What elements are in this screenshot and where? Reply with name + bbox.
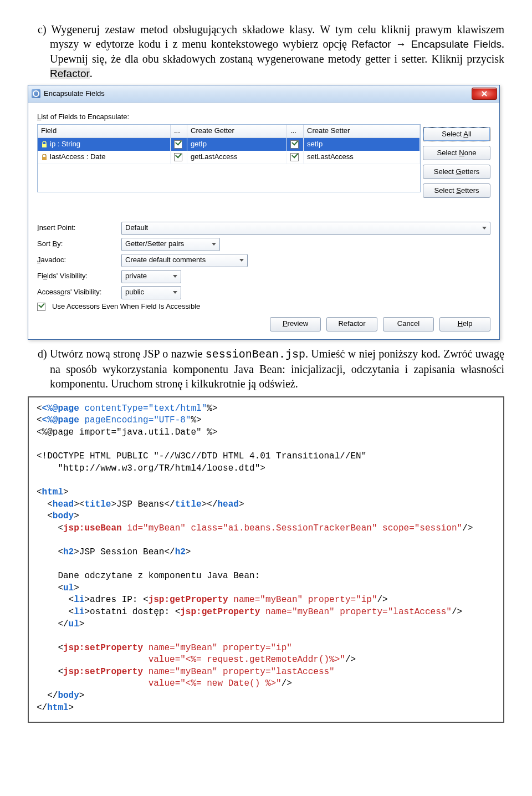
- chevron-down-icon: [212, 243, 216, 246]
- accessors-visibility-row: Accessors' Visibility: public: [37, 286, 490, 299]
- fields-visibility-combo[interactable]: private: [121, 270, 181, 283]
- dialog-titlebar: Encapsulate Fields: [28, 85, 499, 103]
- cell: getIp: [187, 138, 287, 151]
- preview-button[interactable]: Preview: [270, 317, 321, 331]
- col-field: Field: [38, 125, 171, 138]
- chevron-down-icon: [482, 227, 487, 229]
- checkbox[interactable]: [174, 153, 182, 161]
- insert-point-row: Insert Point: Default: [37, 222, 490, 235]
- cancel-button[interactable]: Cancel: [383, 317, 434, 331]
- use-accessors-checkbox[interactable]: [37, 303, 45, 311]
- table-header: Field ... Create Getter ... Create Sette…: [38, 125, 420, 138]
- button-name-text: Refactor: [50, 68, 90, 79]
- accessors-visibility-combo[interactable]: public: [121, 286, 181, 299]
- code-listing: <<%@page contentType="text/html"%> <<%@p…: [28, 396, 504, 723]
- col-dots: ...: [171, 125, 187, 138]
- select-all-button[interactable]: Select All: [423, 127, 490, 141]
- dialog-title: Encapsulate Fields: [44, 89, 105, 99]
- select-getters-button[interactable]: Select Getters: [423, 165, 490, 179]
- code: "text/html": [149, 404, 207, 414]
- code: "UTF-8": [154, 415, 191, 425]
- javadoc-row: Javadoc: Create default comments: [37, 254, 490, 267]
- cell: getLastAccess: [187, 151, 287, 164]
- col-getter: Create Getter: [187, 125, 287, 138]
- combo-value: Default: [125, 223, 148, 233]
- text: d) Utwórz nową stronę JSP o nazwie: [38, 348, 206, 360]
- cell: ip : String: [50, 140, 80, 148]
- side-buttons: Select All Select None Select Getters Se…: [423, 127, 490, 198]
- combo-value: Getter/Setter pairs: [125, 239, 184, 249]
- javadoc-combo[interactable]: Create default comments: [121, 254, 248, 267]
- refactor-button[interactable]: Refactor: [326, 317, 377, 331]
- chevron-down-icon: [173, 291, 177, 294]
- checkbox[interactable]: [290, 140, 299, 149]
- code: pageEncoding=: [79, 415, 154, 425]
- table-empty: [38, 164, 420, 192]
- paragraph-d: d) Utwórz nową stronę JSP o nazwie sessi…: [28, 346, 504, 391]
- dialog-buttons: Preview Refactor Cancel Help: [37, 317, 490, 331]
- sort-by-combo[interactable]: Getter/Setter pairs: [121, 238, 220, 251]
- chevron-down-icon: [239, 259, 244, 262]
- col-setter: Create Setter: [304, 125, 420, 138]
- paragraph-c: c) Wygeneruj zestaw metod obsługujących …: [28, 22, 504, 80]
- encapsulate-fields-dialog: Encapsulate Fields List of Fields to Enc…: [28, 85, 500, 339]
- chevron-down-icon: [173, 275, 177, 278]
- dialog-icon: [32, 89, 40, 98]
- code: %>: [207, 404, 217, 414]
- combo-value: Create default comments: [125, 256, 206, 265]
- lock-icon: [41, 154, 48, 161]
- use-accessors-row: Use Accessors Even When Field Is Accessi…: [37, 302, 490, 312]
- dialog-body: List of Fields to Encapsulate: Field ...…: [28, 103, 499, 339]
- cell: lastAccess : Date: [50, 152, 105, 161]
- lock-icon: [41, 141, 48, 148]
- sort-by-row: Sort By: Getter/Setter pairs: [37, 238, 490, 251]
- list-label: List of Fields to Encapsulate:: [37, 113, 490, 122]
- code: <%@page: [42, 404, 79, 414]
- col-dots: ...: [287, 125, 304, 138]
- code: contentType=: [79, 404, 149, 414]
- fields-visibility-row: Fields' Visibility: private: [37, 270, 490, 283]
- insert-point-combo[interactable]: Default: [121, 222, 490, 235]
- combo-value: public: [125, 288, 144, 297]
- filename-text: sessionBean.jsp: [206, 348, 305, 361]
- checkbox[interactable]: [174, 140, 182, 149]
- select-setters-button[interactable]: Select Setters: [423, 183, 490, 198]
- text: .: [90, 67, 93, 79]
- svg-rect-1: [42, 157, 47, 160]
- fields-table: Field ... Create Getter ... Create Sette…: [37, 124, 421, 192]
- combo-value: private: [125, 272, 147, 281]
- svg-rect-0: [42, 144, 47, 147]
- checkbox[interactable]: [290, 153, 299, 161]
- code: <%@page: [42, 415, 79, 425]
- code: %>: [191, 415, 201, 425]
- menu-path-text: Refactor → Encapsulate Fields: [351, 38, 502, 50]
- select-none-button[interactable]: Select None: [423, 146, 490, 160]
- table-row[interactable]: lastAccess : Date getLastAccess setLastA…: [38, 151, 420, 164]
- close-icon[interactable]: [472, 88, 497, 100]
- table-row[interactable]: ip : String getIp setIp: [38, 138, 420, 151]
- cell: setLastAccess: [304, 151, 420, 164]
- help-button[interactable]: Help: [439, 317, 490, 331]
- cell: setIp: [304, 138, 420, 151]
